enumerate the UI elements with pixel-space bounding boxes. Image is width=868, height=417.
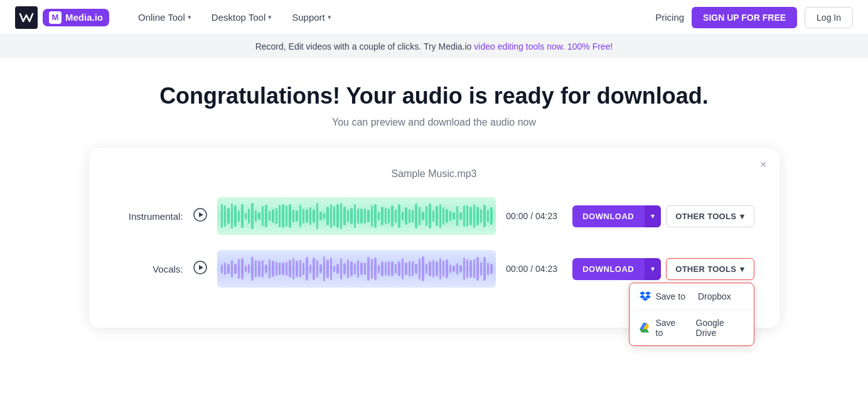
nav-right: Pricing SIGN UP FOR FREE Log In (655, 7, 853, 28)
filename-label: Sample Music.mp3 (114, 168, 754, 180)
instrumental-download-group: DOWNLOAD ▾ (572, 205, 661, 227)
instrumental-time: 00:00 / 04:23 (506, 211, 562, 221)
save-to-gdrive-item[interactable]: Save to Google Drive (630, 310, 754, 345)
vocals-actions: DOWNLOAD ▾ OTHER TOOLS ▾ (572, 258, 754, 280)
vocals-play-button[interactable] (193, 261, 207, 278)
vocals-other-tools-wrapper: OTHER TOOLS ▾ (666, 258, 754, 280)
chevron-down-icon: ▾ (740, 212, 744, 221)
play-icon (193, 208, 207, 222)
instrumental-other-tools-button[interactable]: OTHER TOOLS ▾ (666, 205, 754, 227)
chevron-down-icon: ▾ (740, 264, 744, 274)
instrumental-actions: DOWNLOAD ▾ OTHER TOOLS ▾ (572, 205, 754, 227)
navbar: M Media.io Online Tool ▾ Desktop Tool ▾ … (0, 0, 868, 35)
mediaio-brand[interactable]: M Media.io (43, 9, 109, 26)
close-button[interactable]: × (760, 158, 767, 171)
svg-marker-2 (199, 212, 203, 217)
pricing-link[interactable]: Pricing (655, 12, 684, 23)
instrumental-row: Instrumental: 00:00 / 04:23 DOWNLOAD ▾ O… (114, 197, 754, 235)
main-content: Congratulations! Your audio is ready for… (0, 58, 868, 366)
vocals-label: Vocals: (114, 264, 183, 274)
vocals-time: 00:00 / 04:23 (506, 264, 562, 274)
play-icon (193, 261, 207, 274)
signup-button[interactable]: SIGN UP FOR FREE (692, 7, 797, 28)
brand: M Media.io (15, 6, 109, 29)
instrumental-waveform (217, 197, 496, 235)
chevron-down-icon: ▾ (268, 13, 272, 21)
nav-support[interactable]: Support ▾ (283, 7, 340, 28)
page-title: Congratulations! Your audio is ready for… (159, 83, 709, 109)
mediaio-m-icon: M (49, 11, 62, 24)
save-to-dropbox-item[interactable]: Save to Dropbox (630, 283, 754, 310)
instrumental-download-arrow[interactable]: ▾ (644, 205, 661, 227)
nav-desktop-tool[interactable]: Desktop Tool ▾ (203, 7, 281, 28)
other-tools-dropdown: Save to Dropbox Save to Google Drive (629, 283, 754, 346)
chevron-down-icon: ▾ (188, 13, 191, 21)
dropbox-icon (640, 291, 651, 302)
vocals-download-button[interactable]: DOWNLOAD (572, 258, 644, 280)
vocals-download-arrow[interactable]: ▾ (644, 258, 661, 280)
wondershare-logo-icon (15, 6, 38, 29)
nav-online-tool[interactable]: Online Tool ▾ (129, 7, 200, 28)
vocals-row: Vocals: 00:00 / 04:23 DOWNLOAD ▾ OTHER T (114, 250, 754, 288)
vocals-waveform (217, 250, 496, 288)
svg-rect-0 (15, 6, 38, 29)
chevron-down-icon: ▾ (328, 13, 331, 21)
instrumental-label: Instrumental: (114, 211, 183, 222)
vocals-download-group: DOWNLOAD ▾ (572, 258, 661, 280)
login-button[interactable]: Log In (805, 7, 853, 28)
page-subtitle: You can preview and download the audio n… (332, 117, 536, 128)
vocals-other-tools-button[interactable]: OTHER TOOLS ▾ (666, 258, 754, 280)
svg-marker-4 (199, 265, 203, 270)
banner-link[interactable]: video editing tools now. 100% Free! (474, 41, 613, 51)
instrumental-download-button[interactable]: DOWNLOAD (572, 205, 644, 227)
nav-links: Online Tool ▾ Desktop Tool ▾ Support ▾ (129, 7, 655, 28)
instrumental-play-button[interactable] (193, 208, 207, 225)
google-drive-icon (640, 322, 651, 333)
download-card: × Sample Music.mp3 Instrumental: 00:00 /… (89, 148, 780, 328)
promo-banner: Record, Edit videos with a couple of cli… (0, 35, 868, 58)
